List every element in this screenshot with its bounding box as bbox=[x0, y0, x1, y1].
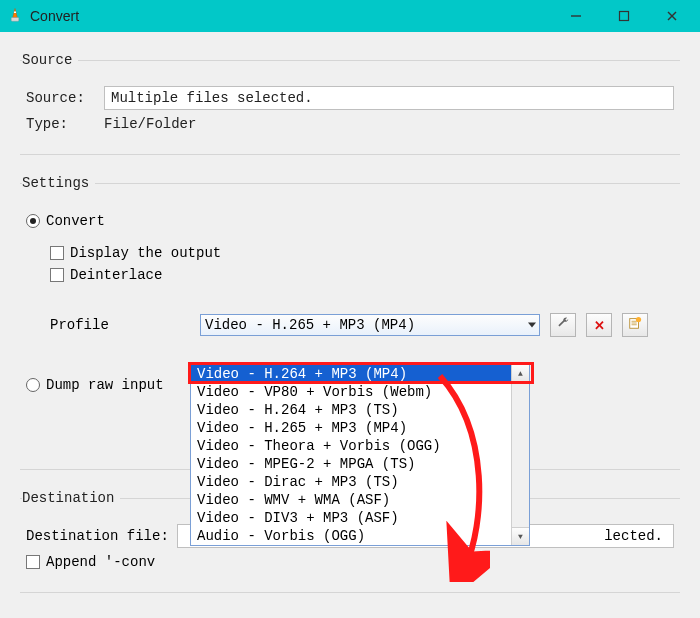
profile-option[interactable]: Video - VP80 + Vorbis (Webm) bbox=[191, 383, 529, 401]
scroll-down-icon[interactable]: ▼ bbox=[512, 527, 529, 545]
convert-radio[interactable]: Convert bbox=[26, 213, 105, 229]
append-suffix-checkbox[interactable]: Append '-conv bbox=[26, 554, 155, 570]
svg-point-10 bbox=[636, 317, 641, 322]
profile-option[interactable]: Video - DIV3 + MP3 (ASF) bbox=[191, 509, 529, 527]
profile-selected-value: Video - H.265 + MP3 (MP4) bbox=[205, 317, 415, 333]
deinterlace-checkbox[interactable]: Deinterlace bbox=[50, 267, 162, 283]
checkbox-icon bbox=[50, 246, 64, 260]
wrench-icon bbox=[556, 316, 570, 334]
close-button[interactable] bbox=[660, 4, 684, 28]
destination-file-label: Destination file: bbox=[26, 528, 169, 544]
profile-option[interactable]: Video - WMV + WMA (ASF) bbox=[191, 491, 529, 509]
window-title: Convert bbox=[30, 8, 564, 24]
checkbox-icon bbox=[26, 555, 40, 569]
chevron-down-icon bbox=[528, 323, 536, 328]
deinterlace-label: Deinterlace bbox=[70, 267, 162, 283]
scroll-up-icon[interactable]: ▲ bbox=[512, 365, 529, 383]
minimize-button[interactable] bbox=[564, 4, 588, 28]
dump-raw-radio[interactable]: Dump raw input bbox=[26, 377, 164, 393]
checkbox-icon bbox=[50, 268, 64, 282]
profile-option[interactable]: Video - Dirac + MP3 (TS) bbox=[191, 473, 529, 491]
settings-legend: Settings bbox=[22, 175, 95, 191]
profile-dropdown-list[interactable]: ▲ ▼ Video - H.264 + MP3 (MP4)Video - VP8… bbox=[190, 364, 530, 546]
titlebar: Convert bbox=[0, 0, 700, 32]
edit-profile-button[interactable] bbox=[550, 313, 576, 337]
app-icon bbox=[6, 7, 24, 25]
new-profile-button[interactable] bbox=[622, 313, 648, 337]
profile-option[interactable]: Video - Theora + Vorbis (OGG) bbox=[191, 437, 529, 455]
maximize-button[interactable] bbox=[612, 4, 636, 28]
profile-option[interactable]: Video - H.264 + MP3 (TS) bbox=[191, 401, 529, 419]
radio-icon bbox=[26, 378, 40, 392]
radio-icon bbox=[26, 214, 40, 228]
type-label: Type: bbox=[26, 116, 96, 132]
source-group: Source Source: Type: File/Folder bbox=[20, 52, 680, 155]
profile-option[interactable]: Video - MPEG-2 + MPGA (TS) bbox=[191, 455, 529, 473]
dump-raw-label: Dump raw input bbox=[46, 377, 164, 393]
convert-radio-label: Convert bbox=[46, 213, 105, 229]
profile-option[interactable]: Audio - Vorbis (OGG) bbox=[191, 527, 529, 545]
type-value: File/Folder bbox=[104, 116, 196, 132]
source-legend: Source bbox=[22, 52, 78, 68]
profile-label: Profile bbox=[50, 317, 190, 333]
svg-rect-0 bbox=[14, 12, 16, 14]
profile-option[interactable]: Video - H.264 + MP3 (MP4) bbox=[191, 365, 529, 383]
delete-profile-button[interactable]: ✕ bbox=[586, 313, 612, 337]
profile-combobox[interactable]: Video - H.265 + MP3 (MP4) bbox=[200, 314, 540, 336]
display-output-label: Display the output bbox=[70, 245, 221, 261]
source-input[interactable] bbox=[104, 86, 674, 110]
new-profile-icon bbox=[628, 316, 642, 334]
dropdown-scrollbar[interactable]: ▲ ▼ bbox=[511, 365, 529, 545]
append-suffix-label: Append '-conv bbox=[46, 554, 155, 570]
svg-rect-3 bbox=[620, 12, 629, 21]
svg-rect-1 bbox=[11, 18, 19, 22]
display-output-checkbox[interactable]: Display the output bbox=[50, 245, 221, 261]
source-label: Source: bbox=[26, 90, 96, 106]
window-controls bbox=[564, 4, 694, 28]
delete-icon: ✕ bbox=[594, 318, 605, 333]
destination-legend: Destination bbox=[22, 490, 120, 506]
profile-option[interactable]: Video - H.265 + MP3 (MP4) bbox=[191, 419, 529, 437]
